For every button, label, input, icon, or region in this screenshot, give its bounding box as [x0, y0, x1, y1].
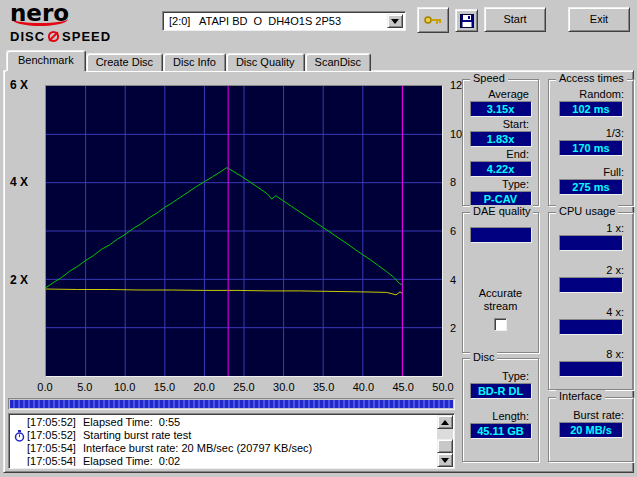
x-tick-label: 0.0	[37, 381, 52, 393]
log-scrollbar[interactable]	[437, 415, 453, 467]
disc-length-value: 45.11 GB	[470, 423, 532, 439]
logo-disc-text: DISC	[10, 29, 45, 44]
logo-brand-text: nero	[10, 3, 140, 24]
cpu-1x-label: 1 x:	[549, 223, 633, 234]
cpu-4x-value	[559, 319, 623, 335]
y-left-tick-label: 4 X	[10, 175, 28, 189]
log-row[interactable]: [17:05:52]Elapsed Time: 0:55	[11, 416, 435, 429]
log-timestamp: [17:05:52]	[27, 416, 83, 429]
exit-button[interactable]: Exit	[568, 7, 630, 32]
disc-type-value: BD-R DL	[470, 383, 532, 399]
average-speed-label: Average	[463, 89, 538, 100]
drive-select[interactable]: [2:0] ATAPI BD O DH4O1S 2P53	[162, 11, 406, 31]
cpu-8x-label: 8 x:	[549, 349, 633, 360]
progress-bar-fill	[10, 400, 453, 408]
log-row-icon-cell	[11, 417, 27, 429]
burst-rate-label: Burst rate:	[549, 410, 633, 421]
log-row[interactable]: [17:05:52]Starting burst rate test	[11, 429, 435, 442]
x-tick-label: 15.0	[154, 381, 175, 393]
tab-disc-info[interactable]: Disc Info	[163, 53, 226, 71]
chevron-down-icon	[391, 19, 399, 28]
log-row[interactable]: [17:05:54]Interface burst rate: 20 MB/se…	[11, 442, 435, 455]
cpu-usage-title: CPU usage	[556, 205, 618, 217]
y-right-tick-label: 4	[450, 274, 456, 286]
dae-quality-value	[470, 227, 532, 243]
x-tick-label: 5.0	[77, 381, 92, 393]
random-access-label: Random:	[549, 89, 633, 100]
x-tick-label: 35.0	[313, 381, 334, 393]
y-right-tick-label: 8	[450, 176, 456, 188]
x-tick-label: 20.0	[193, 381, 214, 393]
disc-slash-icon	[47, 30, 60, 43]
accurate-stream-checkbox[interactable]	[494, 318, 507, 331]
key-icon	[423, 13, 443, 27]
full-access-value: 275 ms	[559, 179, 623, 195]
log-row-icon-cell	[11, 443, 27, 455]
accurate-stream-label: Accurate stream	[463, 287, 538, 313]
drive-select-value: [2:0] ATAPI BD O DH4O1S 2P53	[169, 15, 341, 27]
x-tick-label: 45.0	[392, 381, 413, 393]
start-speed-value: 1.83x	[470, 131, 532, 147]
floppy-icon	[460, 14, 474, 28]
log-message: Elapsed Time: 0:02	[83, 455, 435, 466]
start-button[interactable]: Start	[484, 7, 546, 32]
tab-benchmark[interactable]: Benchmark	[6, 50, 86, 71]
log-listbox[interactable]: [17:05:52]Elapsed Time: 0:55[17:05:52]St…	[8, 413, 455, 469]
cpu-2x-label: 2 x:	[549, 265, 633, 276]
y-right-tick-label: 10	[450, 128, 462, 140]
cpu-4x-label: 4 x:	[549, 307, 633, 318]
y-left-tick-label: 6 X	[10, 78, 28, 92]
tab-disc-quality[interactable]: Disc Quality	[226, 53, 305, 71]
y-left-tick-label: 2 X	[10, 273, 28, 287]
log-row-icon-cell	[11, 430, 27, 442]
x-axis-labels: 0.05.010.015.020.025.030.035.040.045.050…	[45, 381, 443, 394]
scrollbar-thumb[interactable]	[437, 439, 453, 453]
tab-scandisc[interactable]: ScanDisc	[305, 53, 371, 71]
x-tick-label: 40.0	[353, 381, 374, 393]
log-message: Starting burst rate test	[83, 429, 435, 442]
arrow-down-icon	[441, 458, 449, 467]
log-row[interactable]: [17:05:54]Elapsed Time: 0:02	[11, 455, 435, 466]
disc-panel-title: Disc	[470, 351, 497, 363]
log-message: Elapsed Time: 0:55	[83, 416, 435, 429]
drive-select-arrow-button[interactable]	[387, 14, 403, 28]
x-tick-label: 30.0	[273, 381, 294, 393]
scroll-up-button[interactable]	[437, 415, 453, 429]
cpu-usage-panel: CPU usage 1 x: 2 x: 4 x: 8 x:	[548, 212, 634, 390]
x-tick-label: 10.0	[114, 381, 135, 393]
speed-panel-title: Speed	[470, 72, 508, 84]
cpu-2x-value	[559, 277, 623, 293]
scroll-down-button[interactable]	[437, 453, 453, 467]
log-timestamp: [17:05:54]	[27, 455, 83, 466]
log-row-icon-cell	[11, 456, 27, 467]
start-speed-label: Start:	[463, 119, 538, 130]
full-access-label: Full:	[549, 167, 633, 178]
access-times-title: Access times	[556, 72, 627, 84]
cpu-1x-value	[559, 235, 623, 251]
speed-type-label: Type:	[463, 179, 538, 190]
arrow-up-icon	[441, 416, 449, 425]
logo-speed-text: SPEED	[62, 29, 111, 44]
rotation-speed-curve	[46, 289, 402, 295]
disc-length-label: Length:	[463, 411, 538, 422]
disc-panel: Disc Type: BD-R DL Length: 45.11 GB	[462, 358, 539, 462]
end-speed-value: 4.22x	[470, 161, 532, 177]
options-key-button[interactable]	[417, 7, 449, 33]
x-tick-label: 50.0	[432, 381, 453, 393]
disc-type-label: Type:	[463, 371, 538, 382]
end-speed-label: End:	[463, 149, 538, 160]
app-window: nero DISC SPEED [2:0] ATAPI BD O DH4O1S …	[0, 0, 637, 477]
save-button[interactable]	[455, 9, 478, 32]
interface-panel-title: Interface	[556, 390, 605, 402]
burst-rate-value: 20 MB/s	[559, 422, 623, 438]
tab-bar: BenchmarkCreate DiscDisc InfoDisc Qualit…	[6, 50, 371, 71]
test-start-icon	[14, 430, 25, 442]
third-access-value: 170 ms	[559, 140, 623, 156]
log-timestamp: [17:05:52]	[27, 429, 83, 442]
tab-create-disc[interactable]: Create Disc	[86, 53, 163, 71]
dae-quality-panel: DAE quality Accurate stream	[462, 212, 539, 353]
log-lines: [17:05:52]Elapsed Time: 0:55[17:05:52]St…	[11, 416, 435, 466]
third-access-label: 1/3:	[549, 128, 633, 139]
benchmark-chart	[45, 85, 443, 377]
chart-plot-area	[46, 86, 442, 376]
